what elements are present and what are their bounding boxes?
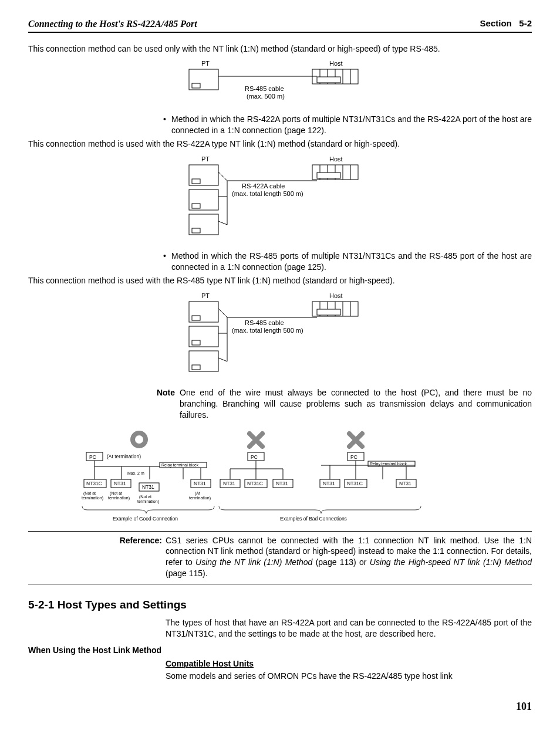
svg-text:NT31C: NT31C	[247, 481, 263, 486]
svg-text:NT31: NT31	[323, 481, 335, 486]
svg-text:PT: PT	[201, 60, 210, 67]
diagram-1n-422a: PT Host RS-422A cable (max. total length…	[28, 154, 532, 242]
svg-rect-45	[317, 309, 340, 315]
note-block: Note One end of the wire must always be …	[28, 387, 532, 421]
svg-text:termination): termination)	[108, 496, 130, 500]
svg-text:(Not at: (Not at	[83, 491, 96, 496]
svg-text:termination): termination)	[82, 496, 103, 500]
svg-rect-18	[192, 204, 200, 208]
svg-rect-36	[189, 351, 218, 371]
svg-text:termination): termination)	[137, 499, 159, 504]
svg-text:PT: PT	[201, 155, 210, 163]
svg-rect-37	[192, 365, 200, 370]
reference-block: Reference: CS1 series CPUs cannot be con…	[28, 531, 532, 585]
diagram-good-bad: PC (At termination) Relay terminal block…	[28, 429, 532, 523]
svg-rect-1	[189, 69, 218, 90]
bullet-method-422a: • Method in which the RS-422A ports of m…	[163, 114, 532, 136]
subhead-compatible: Compatible Host Units	[166, 658, 532, 669]
host-types-intro: The types of host that have an RS-422A p…	[166, 617, 532, 640]
svg-text:Host: Host	[329, 155, 343, 163]
bullet-icon: •	[163, 251, 171, 273]
svg-text:Examples of Bad Connections: Examples of Bad Connections	[280, 516, 347, 522]
svg-text:NT31C: NT31C	[86, 481, 102, 486]
para-422a-sub: This connection method is used with the …	[28, 138, 532, 150]
svg-text:NT31: NT31	[276, 481, 288, 486]
svg-text:NT31: NT31	[399, 481, 411, 486]
svg-text:Relay terminal block: Relay terminal block	[370, 462, 407, 466]
header-right: Section 5-2	[480, 18, 532, 31]
svg-text:termination): termination)	[189, 496, 211, 500]
bullet-method-485: • Method in which the RS-485 ports of mu…	[163, 251, 532, 273]
svg-text:(Not at: (Not at	[110, 491, 122, 496]
svg-rect-2	[192, 83, 200, 88]
bullet-icon: •	[163, 114, 171, 136]
svg-rect-17	[189, 190, 218, 210]
svg-text:NT31: NT31	[142, 484, 154, 490]
note-text: One end of the wire must always be conne…	[180, 387, 532, 421]
page-number: 101	[28, 699, 532, 713]
svg-text:(max. 500 m): (max. 500 m)	[247, 93, 285, 100]
svg-text:(At termination): (At termination)	[107, 454, 141, 459]
svg-text:(max. total length 500 m): (max. total length 500 m)	[232, 190, 303, 197]
svg-text:Example of Good Connection: Example of Good Connection	[113, 516, 178, 522]
svg-text:Host: Host	[329, 60, 343, 67]
para-485-sub: This connection method is used with the …	[28, 275, 532, 286]
svg-rect-20	[192, 228, 200, 233]
svg-rect-19	[189, 214, 218, 235]
page-header: Connecting to the Host's RS-422A/485 Por…	[28, 18, 532, 33]
header-left: Connecting to the Host's RS-422A/485 Por…	[28, 18, 197, 31]
compatible-para: Some models and series of OMRON PCs have…	[166, 671, 532, 682]
svg-text:PC: PC	[89, 454, 96, 460]
svg-rect-28	[317, 173, 340, 178]
reference-label: Reference:	[109, 535, 162, 580]
svg-text:PC: PC	[350, 454, 357, 460]
svg-text:NT31C: NT31C	[347, 481, 363, 486]
svg-text:Relay terminal block: Relay terminal block	[161, 463, 199, 468]
svg-text:Max. 2 m: Max. 2 m	[127, 471, 144, 475]
svg-text:NT31: NT31	[223, 481, 235, 486]
note-label: Note	[134, 387, 175, 421]
reference-text: CS1 series CPUs cannot be connected with…	[166, 535, 532, 580]
diagram-1-1: PT Host RS-485 cable (max. 500 m)	[28, 59, 532, 106]
svg-rect-10	[317, 77, 340, 83]
svg-rect-34	[189, 326, 218, 347]
intro-para: This connection method can be used only …	[28, 43, 532, 55]
svg-text:PT: PT	[201, 292, 210, 299]
svg-rect-15	[189, 165, 218, 185]
svg-point-48	[133, 433, 146, 446]
section-heading-5-2-1: 5-2-1 Host Types and Settings	[28, 597, 532, 613]
svg-text:PC: PC	[251, 454, 258, 460]
svg-text:(max. total length 500 m): (max. total length 500 m)	[232, 327, 303, 334]
svg-rect-16	[192, 179, 200, 184]
subhead-host-link: When Using the Host Link Method	[28, 645, 532, 656]
svg-text:RS-485 cable: RS-485 cable	[245, 319, 284, 326]
svg-text:RS-485 cable: RS-485 cable	[245, 85, 284, 92]
svg-rect-32	[189, 302, 218, 322]
svg-text:Host: Host	[329, 292, 343, 299]
svg-rect-35	[192, 340, 200, 345]
svg-text:NT31: NT31	[114, 481, 126, 486]
svg-text:NT31: NT31	[194, 481, 206, 486]
svg-text:(Not at: (Not at	[139, 495, 151, 499]
svg-text:RS-422A cable: RS-422A cable	[242, 182, 285, 190]
diagram-1n-485: PT Host RS-485 cable (max. total length …	[28, 291, 532, 379]
svg-rect-33	[192, 316, 200, 320]
svg-text:(At: (At	[195, 491, 200, 496]
